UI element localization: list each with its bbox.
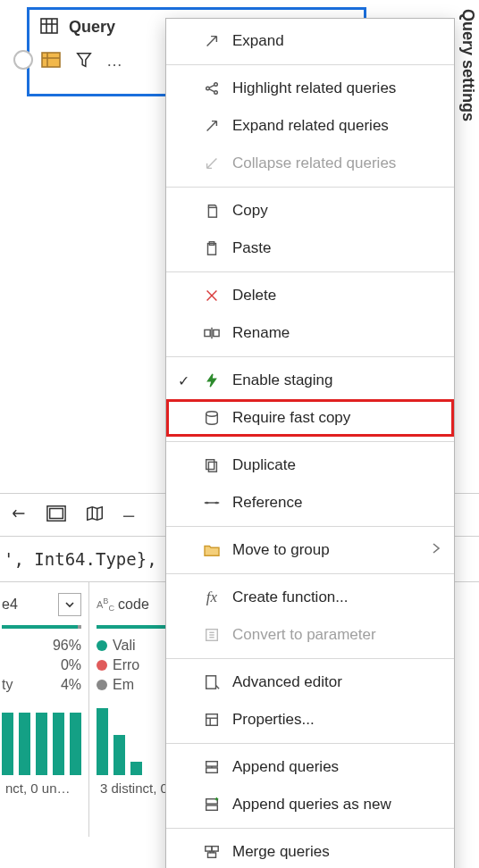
svg-rect-35 bbox=[206, 762, 218, 766]
col2-error: Erro bbox=[113, 657, 139, 672]
col1-valid-pct: 96% bbox=[53, 638, 81, 654]
menu-append-queries-label: Append queries bbox=[232, 758, 339, 776]
svg-rect-39 bbox=[206, 847, 212, 851]
menu-collapse-related: Collapse related queries bbox=[166, 145, 454, 182]
column-header-2: code bbox=[118, 597, 149, 613]
zoom-out[interactable]: – bbox=[123, 504, 134, 527]
check-icon: ✓ bbox=[175, 372, 191, 389]
expand-out-icon bbox=[202, 118, 222, 134]
svg-rect-37 bbox=[206, 799, 218, 804]
expand-icon bbox=[202, 33, 222, 49]
svg-rect-22 bbox=[214, 330, 219, 336]
menu-move-to-group-label: Move to group bbox=[232, 541, 330, 559]
menu-highlight-related[interactable]: Highlight related queries bbox=[166, 70, 454, 107]
menu-paste-label: Paste bbox=[232, 239, 271, 257]
menu-move-to-group[interactable]: Move to group bbox=[166, 531, 454, 569]
menu-duplicate-label: Duplicate bbox=[232, 456, 296, 474]
menu-expand-related[interactable]: Expand related queries bbox=[166, 107, 454, 145]
col1-ty-lbl: ty bbox=[2, 677, 13, 693]
funnel-icon[interactable] bbox=[74, 50, 94, 72]
svg-rect-26 bbox=[206, 460, 214, 470]
menu-collapse-related-label: Collapse related queries bbox=[232, 154, 396, 172]
svg-line-14 bbox=[209, 85, 214, 88]
svg-rect-4 bbox=[42, 53, 60, 67]
menu-advanced-editor-label: Advanced editor bbox=[232, 673, 342, 691]
table-icon bbox=[38, 15, 60, 39]
menu-duplicate[interactable]: Duplicate bbox=[166, 447, 454, 484]
menu-append-queries-new[interactable]: Append queries as new bbox=[166, 786, 454, 823]
svg-rect-16 bbox=[208, 207, 216, 217]
fx-icon: fx bbox=[202, 588, 222, 606]
menu-append-queries[interactable]: Append queries bbox=[166, 748, 454, 786]
menu-highlight-related-label: Highlight related queries bbox=[232, 79, 396, 97]
svg-rect-31 bbox=[206, 676, 216, 689]
duplicate-icon bbox=[202, 457, 222, 473]
merge-icon bbox=[202, 844, 222, 860]
menu-advanced-editor[interactable]: Advanced editor bbox=[166, 664, 454, 701]
query-node-more[interactable]: … bbox=[106, 52, 122, 71]
svg-point-24 bbox=[206, 412, 218, 416]
column-dropdown-1[interactable] bbox=[58, 593, 81, 616]
menu-copy[interactable]: Copy bbox=[166, 192, 454, 230]
menu-merge-queries[interactable]: Merge queries bbox=[166, 833, 454, 868]
menu-require-fast-copy-label: Require fast copy bbox=[232, 409, 350, 427]
menu-expand-label: Expand bbox=[232, 32, 284, 50]
menu-properties-label: Properties... bbox=[232, 711, 315, 729]
menu-expand[interactable]: Expand bbox=[166, 22, 454, 60]
bolt-icon bbox=[202, 372, 222, 388]
menu-paste[interactable]: Paste bbox=[166, 230, 454, 267]
parameter-icon bbox=[202, 627, 222, 643]
svg-line-15 bbox=[209, 89, 214, 92]
svg-point-11 bbox=[206, 87, 210, 90]
nav-icon[interactable] bbox=[9, 504, 29, 526]
menu-rename[interactable]: Rename bbox=[166, 314, 454, 352]
copy-icon bbox=[202, 203, 222, 219]
connector-point[interactable] bbox=[13, 50, 33, 70]
col1-zero: 0% bbox=[61, 657, 81, 673]
query-settings-pane-title[interactable]: Query settings bbox=[458, 9, 477, 121]
menu-create-function[interactable]: fx Create function... bbox=[166, 579, 454, 616]
svg-rect-41 bbox=[208, 853, 216, 857]
fit-icon[interactable] bbox=[46, 504, 66, 526]
menu-expand-related-label: Expand related queries bbox=[232, 117, 389, 135]
col1-ty-pct: 4% bbox=[61, 677, 81, 693]
properties-icon bbox=[202, 712, 222, 728]
folder-icon bbox=[202, 543, 222, 557]
menu-delete[interactable]: Delete bbox=[166, 277, 454, 314]
reference-icon bbox=[202, 496, 222, 510]
col1-footer: nct, 0 un… bbox=[2, 775, 81, 805]
collapse-icon bbox=[202, 155, 222, 171]
svg-rect-32 bbox=[206, 714, 218, 726]
svg-point-12 bbox=[214, 83, 218, 87]
append-new-icon bbox=[202, 797, 222, 813]
share-nodes-icon bbox=[202, 80, 222, 96]
query-node-title: Query bbox=[69, 18, 115, 37]
delete-icon bbox=[202, 288, 222, 304]
abc-type-icon: ABC bbox=[97, 597, 114, 613]
map-icon[interactable] bbox=[84, 504, 105, 526]
svg-rect-36 bbox=[206, 768, 218, 772]
menu-reference-label: Reference bbox=[232, 494, 302, 512]
svg-rect-0 bbox=[41, 19, 57, 33]
menu-convert-to-parameter-label: Convert to parameter bbox=[232, 626, 376, 644]
menu-reference[interactable]: Reference bbox=[166, 484, 454, 522]
svg-rect-40 bbox=[212, 847, 218, 851]
svg-rect-38 bbox=[206, 805, 218, 810]
column-header-1: e4 bbox=[2, 597, 18, 613]
rename-icon bbox=[202, 325, 222, 341]
svg-rect-25 bbox=[208, 462, 216, 472]
col2-empty: Em bbox=[113, 677, 134, 692]
menu-require-fast-copy[interactable]: Require fast copy bbox=[166, 399, 454, 437]
editor-icon bbox=[202, 674, 222, 690]
menu-properties[interactable]: Properties... bbox=[166, 701, 454, 739]
context-menu: Expand Highlight related queries Expand … bbox=[165, 18, 455, 868]
svg-rect-7 bbox=[50, 509, 63, 519]
menu-rename-label: Rename bbox=[232, 324, 290, 342]
paste-icon bbox=[202, 240, 222, 256]
svg-rect-21 bbox=[205, 330, 210, 336]
svg-point-13 bbox=[214, 91, 218, 95]
col2-valid: Vali bbox=[113, 638, 136, 653]
menu-enable-staging-label: Enable staging bbox=[232, 371, 332, 389]
menu-convert-to-parameter: Convert to parameter bbox=[166, 616, 454, 654]
menu-enable-staging[interactable]: ✓ Enable staging bbox=[166, 362, 454, 399]
